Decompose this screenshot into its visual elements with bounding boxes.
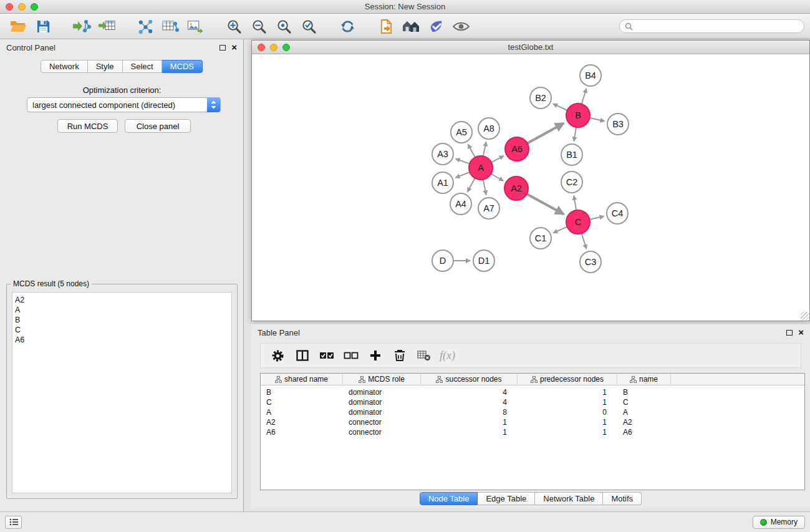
table-cell[interactable]: dominator — [343, 388, 421, 398]
graph-node-C1[interactable]: C1 — [530, 228, 551, 249]
table-settings-button[interactable] — [266, 345, 290, 366]
graph-node-A3[interactable]: A3 — [432, 143, 453, 165]
table-cell[interactable]: B — [617, 388, 671, 398]
open-session-button[interactable] — [6, 16, 31, 37]
table-cell[interactable]: A6 — [617, 428, 671, 438]
table-cell[interactable]: 1 — [518, 418, 617, 428]
table-cell[interactable]: 4 — [421, 398, 518, 408]
column-header-shared-name[interactable]: shared name — [261, 374, 343, 385]
column-header-predecessor-nodes[interactable]: predecessor nodes — [518, 374, 617, 385]
table-cell[interactable]: 1 — [518, 388, 617, 398]
float-table-panel-icon[interactable] — [786, 330, 793, 336]
graph-edge-B-B2[interactable] — [553, 104, 567, 110]
table-tab-motifs[interactable]: Motifs — [603, 492, 642, 505]
graph-node-A6[interactable]: A6 — [505, 137, 529, 161]
column-header-MCDS-role[interactable]: MCDS role — [343, 374, 421, 385]
column-header-name[interactable]: name — [617, 374, 671, 385]
table-cell[interactable]: connector — [343, 428, 421, 438]
import-table-button[interactable] — [94, 16, 119, 37]
table-cell[interactable]: connector — [343, 418, 421, 428]
graph-node-B3[interactable]: B3 — [607, 114, 629, 135]
table-cell[interactable]: 1 — [421, 418, 518, 428]
graph-edge-A6-B[interactable] — [528, 123, 564, 143]
network-share-button[interactable] — [133, 16, 158, 37]
delete-table-button[interactable] — [412, 345, 436, 366]
table-cell[interactable]: B — [261, 388, 343, 398]
table-tab-edge-table[interactable]: Edge Table — [478, 492, 535, 505]
graph-node-B2[interactable]: B2 — [530, 87, 551, 109]
delete-column-button[interactable] — [387, 345, 412, 366]
zoom-out-button[interactable] — [246, 16, 271, 37]
function-builder-button[interactable]: f(x) — [440, 349, 455, 362]
unselect-all-columns-button[interactable] — [339, 345, 363, 366]
table-cell[interactable]: dominator — [343, 398, 421, 408]
graph-node-B[interactable]: B — [566, 104, 590, 127]
select-all-columns-button[interactable] — [314, 345, 339, 366]
graph-edge-B-B4[interactable] — [582, 89, 587, 104]
mcds-result-item[interactable]: A6 — [15, 335, 231, 345]
mcds-result-item[interactable]: A — [15, 305, 231, 315]
homes-button[interactable] — [398, 16, 423, 37]
zoom-selected-button[interactable] — [296, 16, 321, 37]
search-input[interactable] — [636, 22, 799, 31]
table-cell[interactable]: A — [261, 408, 343, 418]
table-cell[interactable]: A2 — [261, 418, 343, 428]
table-row[interactable]: Adominator80A — [261, 408, 804, 418]
graph-edge-A-A6[interactable] — [491, 156, 504, 162]
table-cell[interactable]: 0 — [518, 408, 617, 418]
graph-edge-A-A1[interactable] — [456, 172, 470, 178]
memory-button[interactable]: Memory — [753, 516, 805, 529]
mcds-result-list[interactable]: A2ABCA6 — [12, 292, 232, 493]
close-panel-button[interactable]: Close panel — [125, 119, 191, 133]
table-cell[interactable]: A — [617, 408, 671, 418]
close-panel-icon[interactable]: × — [231, 44, 237, 51]
save-session-button[interactable] — [31, 16, 55, 37]
graph-edge-C-C4[interactable] — [590, 216, 604, 220]
mcds-result-item[interactable]: B — [15, 315, 231, 325]
table-cell[interactable]: C — [617, 398, 671, 408]
eye-button[interactable] — [448, 16, 473, 37]
graph-edge-A-A4[interactable] — [468, 178, 475, 192]
graph-edge-A-A8[interactable] — [483, 142, 486, 157]
graph-node-B1[interactable]: B1 — [561, 144, 582, 165]
export-document-button[interactable] — [374, 16, 398, 37]
column-header-successor-nodes[interactable]: successor nodes — [421, 374, 518, 385]
table-cell[interactable]: dominator — [343, 408, 421, 418]
show-columns-button[interactable] — [290, 345, 314, 366]
create-column-button[interactable] — [363, 345, 387, 366]
graph-edge-C-C2[interactable] — [574, 196, 576, 211]
table-cell[interactable]: A2 — [617, 418, 671, 428]
graph-node-A5[interactable]: A5 — [451, 122, 472, 143]
table-tab-network-table[interactable]: Network Table — [535, 492, 603, 505]
mcds-result-item[interactable]: C — [15, 325, 231, 335]
validate-button[interactable] — [423, 16, 448, 37]
graph-edge-A-A5[interactable] — [468, 144, 475, 157]
criterion-dropdown[interactable]: largest connected component (directed) — [27, 97, 221, 112]
zoom-in-button[interactable] — [221, 16, 246, 37]
search-box[interactable] — [619, 19, 804, 33]
refresh-button[interactable] — [335, 16, 360, 37]
run-mcds-button[interactable]: Run MCDS — [57, 119, 118, 133]
graph-node-C4[interactable]: C4 — [607, 203, 628, 224]
network-canvas[interactable]: B4B2BB3A8A5A6A3B1AC2A1A2A4A7C4CC1C3DD1 — [252, 54, 809, 321]
float-panel-icon[interactable] — [219, 45, 226, 51]
graph-node-A2[interactable]: A2 — [504, 177, 528, 200]
table-cell[interactable]: C — [261, 398, 343, 408]
control-tab-style[interactable]: Style — [88, 60, 123, 73]
table-cell[interactable]: 1 — [518, 398, 617, 408]
graph-node-A4[interactable]: A4 — [450, 193, 471, 215]
table-tab-node-table[interactable]: Node Table — [420, 492, 478, 505]
control-tab-network[interactable]: Network — [41, 60, 88, 73]
table-row[interactable]: A2connector11A2 — [261, 418, 804, 428]
network-window-titlebar[interactable]: testGlobe.txt — [252, 41, 809, 54]
table-cell[interactable]: 1 — [421, 428, 518, 438]
graph-edge-A-A3[interactable] — [456, 159, 470, 164]
control-tab-mcds[interactable]: MCDS — [162, 60, 203, 73]
import-network-button[interactable] — [69, 16, 94, 37]
table-cell[interactable]: A6 — [261, 428, 343, 438]
network-table-button[interactable] — [158, 16, 183, 37]
graph-node-A8[interactable]: A8 — [478, 118, 499, 139]
graph-edge-B-B1[interactable] — [574, 127, 576, 142]
mcds-result-item[interactable]: A2 — [15, 295, 231, 305]
graph-node-B4[interactable]: B4 — [580, 65, 601, 86]
